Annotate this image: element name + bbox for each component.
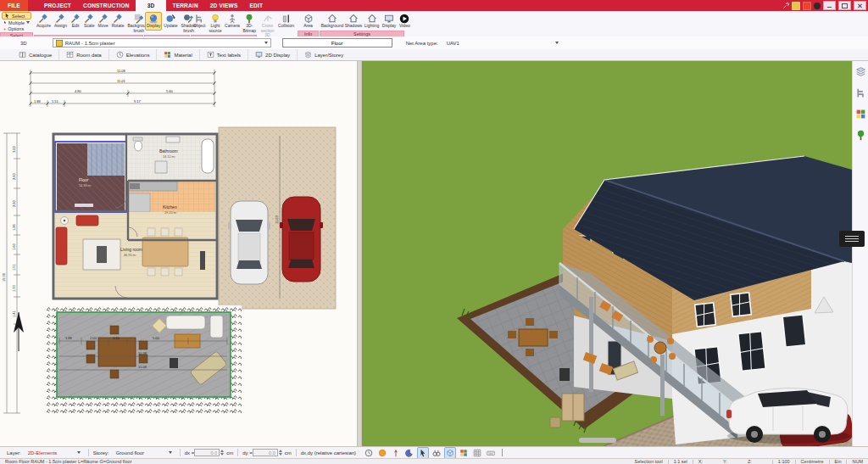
ribbon-button-lighting-settings[interactable]: Lighting — [363, 12, 381, 31]
status-selection: 1:1 sel — [674, 459, 687, 464]
plan-car-red[interactable] — [280, 197, 323, 282]
plan-car-white[interactable] — [228, 201, 270, 284]
dy-input[interactable] — [253, 449, 278, 456]
tab-project[interactable]: PROJECT — [38, 0, 77, 11]
options-button[interactable]: + Options — [2, 25, 31, 31]
grid-icon[interactable] — [471, 447, 483, 459]
color-icon[interactable] — [376, 447, 388, 459]
dim-label: 5.00 — [153, 336, 160, 340]
panel-splitter-handle[interactable] — [839, 231, 865, 247]
ribbon-button-move[interactable]: Move — [96, 12, 109, 31]
layer-storey-button[interactable]: Layer/Storey — [298, 49, 350, 60]
dim-label: 11.08 — [117, 69, 125, 73]
select-button[interactable]: Select — [2, 12, 31, 20]
ribbon-button-shadows-settings[interactable]: Shadows — [344, 12, 363, 31]
quick-brush-icon[interactable] — [803, 2, 811, 10]
ribbon-button-acquire[interactable]: Acquire — [35, 12, 53, 31]
status-unit: Centimetre — [801, 459, 824, 464]
layers-panel-icon[interactable] — [855, 66, 866, 77]
ribbon-button-display-shadows[interactable]: Display — [145, 12, 162, 31]
catalogue-button[interactable]: Catalogue — [12, 49, 59, 60]
status-x: X: — [698, 459, 703, 464]
keyboard-icon[interactable] — [485, 447, 497, 459]
tab-2d-views[interactable]: 2D VIEWS — [204, 0, 244, 11]
close-button[interactable] — [854, 1, 866, 10]
material-swatch-icon — [56, 40, 63, 47]
clock-icon[interactable] — [363, 447, 375, 459]
net-area-type-dropdown[interactable]: UAV1 — [443, 38, 562, 48]
quick-swatch-icon[interactable] — [792, 2, 800, 10]
ribbon-button-light-source[interactable]: Light source — [207, 12, 223, 35]
ribbon-button-video[interactable]: Video — [398, 12, 412, 31]
room-area-floor: 14.36 m² — [79, 184, 92, 187]
room-data-icon — [66, 51, 74, 59]
elevations-button[interactable]: Elevations — [109, 49, 158, 60]
objects-panel-icon[interactable] — [855, 87, 866, 98]
coordinate-mode[interactable]: dx,dy (relative cartesian) — [301, 450, 356, 456]
ribbon-button-3d-bitmap[interactable]: 3D-Bitmap — [241, 12, 258, 35]
dx-stepper[interactable] — [220, 450, 224, 456]
tab-3d[interactable]: 3D — [136, 0, 167, 11]
2d-display-button[interactable]: 2D Display — [248, 49, 298, 60]
text-labels-button[interactable]: Text labels — [200, 49, 248, 60]
binoculars-icon[interactable] — [431, 447, 442, 459]
ribbon-button-object[interactable]: Object — [192, 12, 207, 31]
storey-dropdown[interactable]: Ground floor — [113, 448, 175, 458]
tab-construction[interactable]: CONSTRUCTION — [77, 0, 136, 11]
ribbon-button-display-settings[interactable]: Display — [381, 12, 398, 31]
pin-icon[interactable] — [390, 447, 402, 459]
ribbon-button-cross-section-3d: Cross section 3D — [259, 12, 276, 40]
dim-label: 1.33 — [12, 284, 16, 292]
ribbon-button-camera[interactable]: Camera — [223, 12, 241, 31]
room-area-kitchen: 19.20 m² — [164, 211, 178, 215]
dx-label: dx = — [185, 450, 195, 456]
ribbon-button-area[interactable]: Area — [298, 12, 318, 31]
status-tool: Selection tool — [635, 459, 663, 464]
tab-file[interactable]: FILE — [0, 0, 28, 11]
dim-label-driveway: 11.03 — [275, 215, 279, 224]
ribbon-button-edit[interactable]: Edit — [69, 12, 82, 31]
ribbon-button-rotate[interactable]: Rotate — [110, 12, 126, 31]
dx-input[interactable] — [194, 449, 220, 456]
materials-panel-icon[interactable] — [855, 109, 866, 120]
plan-view-2d[interactable]: Floor 14.36 m² Bathroom 14.12 m² Kitchen… — [0, 61, 357, 446]
tab-terrain[interactable]: TERRAIN — [166, 0, 203, 11]
maximize-button[interactable] — [838, 1, 851, 10]
dy-stepper[interactable] — [279, 450, 282, 456]
dy-unit: cm — [285, 450, 292, 456]
catalogue-icon — [19, 51, 26, 59]
ribbon-button-update-shadows[interactable]: Update — [162, 12, 179, 31]
help-icon[interactable] — [814, 3, 821, 9]
ribbon-button-background-settings[interactable]: Background — [320, 12, 344, 31]
view-3d[interactable] — [362, 61, 852, 446]
material-button[interactable]: Material — [157, 49, 199, 60]
room-material-dropdown[interactable]: RAUM - 1.5cm plaster — [53, 38, 271, 48]
floor-name-input[interactable] — [282, 38, 392, 48]
plants-panel-icon[interactable] — [855, 130, 866, 141]
ribbon-button-assign[interactable]: Assign — [53, 12, 69, 31]
status-message: Room Floor RAUM - 1.5cm plaster L=Räume … — [5, 459, 131, 464]
dim-label: 19.30 — [2, 272, 6, 282]
status-z: Z: — [748, 459, 752, 464]
context-toolbar: 3D RAUM - 1.5cm plaster Net Area type: U… — [0, 36, 868, 50]
ribbon-button-collision[interactable]: Collision — [276, 12, 296, 31]
multiple-button[interactable]: Multiple — [2, 20, 31, 25]
horizontal-scrollbar-thumb[interactable] — [579, 438, 616, 443]
ribbon-button-scale[interactable]: Scale — [82, 12, 97, 31]
room-label-kitchen: Kitchen — [163, 204, 177, 210]
material-icon — [164, 51, 171, 59]
cursor-snap-icon[interactable] — [417, 447, 429, 459]
chevron-down-icon — [77, 451, 81, 454]
elevations-icon — [116, 51, 124, 59]
transparency-icon[interactable] — [458, 447, 470, 459]
quick-tool-icon[interactable] — [782, 3, 789, 9]
plan-room-floor-selected[interactable] — [55, 142, 126, 212]
layer-dropdown[interactable]: 2D-Elements — [25, 448, 84, 458]
layers-toggle-icon[interactable] — [444, 447, 456, 459]
minimize-button[interactable] — [823, 1, 836, 10]
plan-terrace[interactable] — [47, 305, 242, 414]
moon-icon[interactable] — [403, 447, 415, 459]
room-data-button[interactable]: Room data — [59, 49, 108, 60]
tab-edit[interactable]: EDIT — [243, 0, 269, 11]
dim-label: 1.26 — [12, 223, 16, 231]
